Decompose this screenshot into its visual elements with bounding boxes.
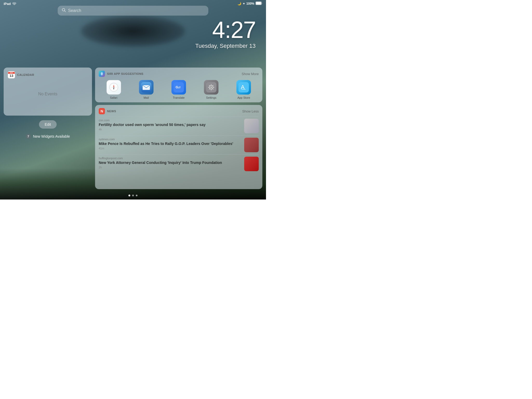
svg-point-20 <box>210 87 212 88</box>
search-bar[interactable] <box>58 6 208 16</box>
svg-line-27 <box>213 85 213 86</box>
translate-app-icon: G ⇄ <box>171 80 186 95</box>
news-item-3-thumbnail <box>244 157 259 171</box>
page-dot-1 <box>129 195 130 196</box>
siri-app-appstore[interactable]: A App Store <box>236 80 251 99</box>
calendar-header: SEP 13 CALENDAR <box>8 71 88 78</box>
calendar-date-badge: SEP 13 <box>8 71 15 78</box>
news-item-2-source: nytimes.com <box>99 138 242 141</box>
svg-rect-1 <box>256 2 261 5</box>
svg-point-6 <box>101 72 103 75</box>
svg-text:⇄: ⇄ <box>178 86 181 89</box>
calendar-day-number: 13 <box>10 74 13 78</box>
news-icon: N <box>99 108 105 114</box>
news-title: NEWS <box>107 110 116 113</box>
new-widgets-text: New Widgets Available <box>33 134 70 138</box>
siri-app-translate[interactable]: G ⇄ Translate <box>171 80 186 99</box>
settings-app-icon <box>204 80 218 95</box>
news-widget: N NEWS Show Less cnn.com Fertility docto… <box>95 105 262 189</box>
siri-app-settings-label: Settings <box>206 96 216 99</box>
status-right: 🌙 ✦ 100% <box>237 2 262 6</box>
svg-text:G: G <box>176 85 178 89</box>
news-header: N NEWS Show Less <box>99 108 259 114</box>
moon-icon: 🌙 <box>237 2 241 5</box>
clock-container: 4:27 Tuesday, September 13 <box>195 18 256 49</box>
news-item-1-content: cnn.com Fertility doctor used own sperm … <box>99 119 242 133</box>
svg-line-28 <box>209 89 210 89</box>
svg-line-25 <box>209 85 210 86</box>
siri-apps-list: Safari <box>99 80 259 99</box>
new-widgets-badge: 7 <box>26 134 31 139</box>
news-item-1-headline: Fertility doctor used own sperm 'around … <box>99 122 242 127</box>
calendar-no-events: No Events <box>8 81 88 107</box>
left-column: SEP 13 CALENDAR No Events Edit 7 New Wid… <box>4 68 92 189</box>
siri-app-translate-label: Translate <box>173 96 184 99</box>
siri-app-mail[interactable]: Mail <box>139 80 154 99</box>
device-label: iPad <box>4 2 11 6</box>
siri-show-more-button[interactable]: Show More <box>242 72 259 76</box>
news-item-3-time: 2h <box>99 166 242 169</box>
clock-time: 4:27 <box>195 18 256 42</box>
page-dot-2 <box>132 195 134 196</box>
news-header-left: N NEWS <box>99 108 116 114</box>
news-item-3-content: huffingtonpost.com New York Attorney Gen… <box>99 157 242 171</box>
siri-header-left: SIRI APP SUGGESTIONS <box>99 71 143 77</box>
wifi-icon <box>12 2 16 6</box>
svg-line-3 <box>65 11 66 12</box>
calendar-widget: SEP 13 CALENDAR No Events <box>4 68 92 116</box>
news-item-3[interactable]: huffingtonpost.com New York Attorney Gen… <box>99 154 259 173</box>
svg-line-26 <box>213 89 213 89</box>
siri-app-mail-label: Mail <box>144 96 149 99</box>
siri-title: SIRI APP SUGGESTIONS <box>107 72 143 75</box>
news-item-1-time: 4h <box>99 128 242 131</box>
news-item-2-time: 41m <box>99 147 242 150</box>
calendar-month-strip: SEP <box>8 72 15 74</box>
right-column: SIRI APP SUGGESTIONS Show More <box>95 68 262 189</box>
news-show-less-button[interactable]: Show Less <box>242 109 259 113</box>
mail-app-icon <box>139 80 154 95</box>
siri-header: SIRI APP SUGGESTIONS Show More <box>99 71 259 77</box>
news-item-2-content: nytimes.com Mike Pence Is Rebuffed as He… <box>99 138 242 152</box>
siri-app-safari-label: Safari <box>110 96 117 99</box>
search-icon <box>62 8 66 13</box>
news-item-1-source: cnn.com <box>99 119 242 122</box>
siri-app-appstore-label: App Store <box>237 96 250 99</box>
widgets-area: SEP 13 CALENDAR No Events Edit 7 New Wid… <box>0 68 266 189</box>
search-input[interactable] <box>68 8 204 13</box>
search-bar-container <box>58 6 208 16</box>
news-item-1[interactable]: cnn.com Fertility doctor used own sperm … <box>99 116 259 135</box>
safari-app-icon <box>107 80 121 95</box>
news-item-2[interactable]: nytimes.com Mike Pence Is Rebuffed as He… <box>99 135 259 154</box>
clock-date: Tuesday, September 13 <box>195 43 256 49</box>
edit-button-container: Edit <box>4 120 92 129</box>
status-left: iPad <box>4 2 16 6</box>
siri-icon <box>99 71 105 77</box>
siri-app-suggestions-widget: SIRI APP SUGGESTIONS Show More <box>95 68 262 102</box>
siri-app-settings[interactable]: Settings <box>204 80 218 99</box>
page-dot-camera <box>136 195 138 196</box>
news-item-2-thumbnail <box>244 138 259 152</box>
bluetooth-icon: ✦ <box>243 2 245 5</box>
new-widgets-container: 7 New Widgets Available <box>4 134 92 139</box>
news-item-1-thumbnail <box>244 119 259 133</box>
calendar-title: CALENDAR <box>17 73 34 76</box>
page-dots <box>129 195 138 196</box>
edit-button[interactable]: Edit <box>39 120 57 129</box>
battery-icon <box>256 2 262 6</box>
news-item-3-source: huffingtonpost.com <box>99 157 242 160</box>
news-item-3-headline: New York Attorney General Conducting 'In… <box>99 160 242 165</box>
battery-percent: 100% <box>246 2 254 5</box>
appstore-app-icon: A <box>236 80 251 95</box>
siri-app-safari[interactable]: Safari <box>107 80 121 99</box>
news-item-2-headline: Mike Pence Is Rebuffed as He Tries to Ra… <box>99 141 242 146</box>
